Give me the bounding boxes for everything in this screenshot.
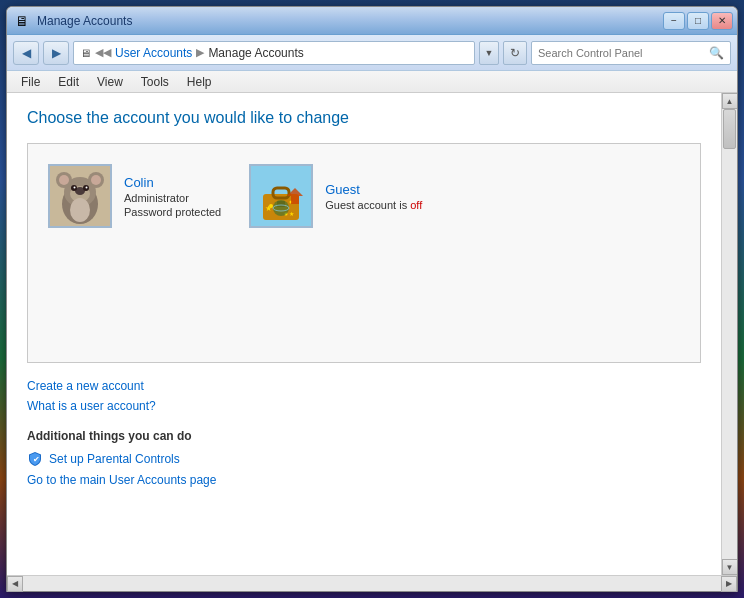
search-box[interactable]: 🔍 (531, 41, 731, 65)
search-input[interactable] (538, 47, 705, 59)
main-user-accounts-text[interactable]: Go to the main User Accounts page (27, 473, 216, 487)
what-is-account-link[interactable]: What is a user account? (27, 399, 701, 413)
back-button[interactable]: ◀ (13, 41, 39, 65)
h-scroll-left-button[interactable]: ◀ (7, 576, 23, 592)
main-content: Choose the account you would like to cha… (7, 93, 721, 575)
window-title: Manage Accounts (37, 14, 132, 28)
page-title: Choose the account you would like to cha… (27, 109, 701, 127)
guest-name: Guest (325, 182, 422, 197)
window-controls: − □ ✕ (663, 12, 733, 30)
svg-point-4 (59, 175, 69, 185)
guest-status-word: off (410, 199, 422, 211)
breadcrumb-separator1: ◀◀ (95, 46, 111, 59)
additional-section: Additional things you can do ✔ Set up Pa… (27, 429, 701, 487)
scroll-up-button[interactable]: ▲ (722, 93, 738, 109)
back-icon: ◀ (22, 46, 31, 60)
menu-bar: File Edit View Tools Help (7, 71, 737, 93)
main-window: 🖥 Manage Accounts − □ ✕ ◀ ▶ 🖥 ◀◀ User Ac… (6, 6, 738, 592)
account-item-colin[interactable]: Colin Administrator Password protected (44, 160, 225, 232)
window-icon: 🖥 (15, 13, 31, 29)
close-button[interactable]: ✕ (711, 12, 733, 30)
search-icon[interactable]: 🔍 (709, 46, 724, 60)
address-dropdown[interactable]: ▼ (479, 41, 499, 65)
menu-help[interactable]: Help (179, 73, 220, 91)
colin-info: Colin Administrator Password protected (124, 175, 221, 218)
create-account-link[interactable]: Create a new account (27, 379, 701, 393)
forward-icon: ▶ (52, 46, 61, 60)
parental-controls-text[interactable]: Set up Parental Controls (49, 452, 180, 466)
guest-type: Guest account is off (325, 199, 422, 211)
links-section: Create a new account What is a user acco… (27, 379, 701, 413)
menu-file[interactable]: File (13, 73, 48, 91)
svg-point-11 (74, 187, 76, 189)
content-wrapper: Choose the account you would like to cha… (7, 93, 737, 575)
svg-point-13 (70, 198, 90, 222)
breadcrumb-manage-accounts: Manage Accounts (208, 46, 303, 60)
maximize-button[interactable]: □ (687, 12, 709, 30)
menu-tools[interactable]: Tools (133, 73, 177, 91)
account-item-guest[interactable]: ★ ★ Guest Guest account is (245, 160, 426, 232)
colin-type: Administrator (124, 192, 221, 204)
svg-point-6 (91, 175, 101, 185)
guest-avatar: ★ ★ (249, 164, 313, 228)
menu-view[interactable]: View (89, 73, 131, 91)
refresh-icon: ↻ (510, 46, 520, 60)
title-bar-left: 🖥 Manage Accounts (15, 13, 132, 29)
main-user-accounts-link[interactable]: Go to the main User Accounts page (27, 473, 701, 487)
address-path[interactable]: 🖥 ◀◀ User Accounts ▶ Manage Accounts (73, 41, 475, 65)
koala-avatar-image (50, 166, 110, 226)
svg-text:★: ★ (289, 211, 294, 217)
h-scroll-right-button[interactable]: ▶ (721, 576, 737, 592)
h-scrollbar: ◀ ▶ (7, 575, 737, 591)
accounts-box: Colin Administrator Password protected (27, 143, 701, 363)
breadcrumb-user-accounts[interactable]: User Accounts (115, 46, 192, 60)
svg-point-23 (273, 200, 289, 216)
forward-button[interactable]: ▶ (43, 41, 69, 65)
refresh-button[interactable]: ↻ (503, 41, 527, 65)
scroll-down-button[interactable]: ▼ (722, 559, 738, 575)
breadcrumb-arrow: ▶ (196, 46, 204, 59)
minimize-button[interactable]: − (663, 12, 685, 30)
guest-avatar-image: ★ ★ (251, 166, 311, 226)
parental-controls-link[interactable]: ✔ Set up Parental Controls (27, 451, 701, 467)
h-scroll-track[interactable] (23, 576, 721, 591)
dropdown-icon: ▼ (485, 48, 494, 58)
shield-icon: ✔ (27, 451, 43, 467)
scrollbar: ▲ ▼ (721, 93, 737, 575)
title-bar: 🖥 Manage Accounts − □ ✕ (7, 7, 737, 35)
path-icon: 🖥 (80, 47, 91, 59)
menu-edit[interactable]: Edit (50, 73, 87, 91)
colin-name: Colin (124, 175, 221, 190)
svg-text:★: ★ (265, 204, 272, 213)
guest-info: Guest Guest account is off (325, 182, 422, 211)
svg-point-12 (86, 187, 88, 189)
address-bar: ◀ ▶ 🖥 ◀◀ User Accounts ▶ Manage Accounts… (7, 35, 737, 71)
colin-avatar (48, 164, 112, 228)
additional-section-title: Additional things you can do (27, 429, 701, 443)
scroll-track[interactable] (722, 109, 737, 559)
colin-status: Password protected (124, 206, 221, 218)
svg-text:✔: ✔ (33, 455, 40, 464)
scroll-thumb[interactable] (723, 109, 736, 149)
